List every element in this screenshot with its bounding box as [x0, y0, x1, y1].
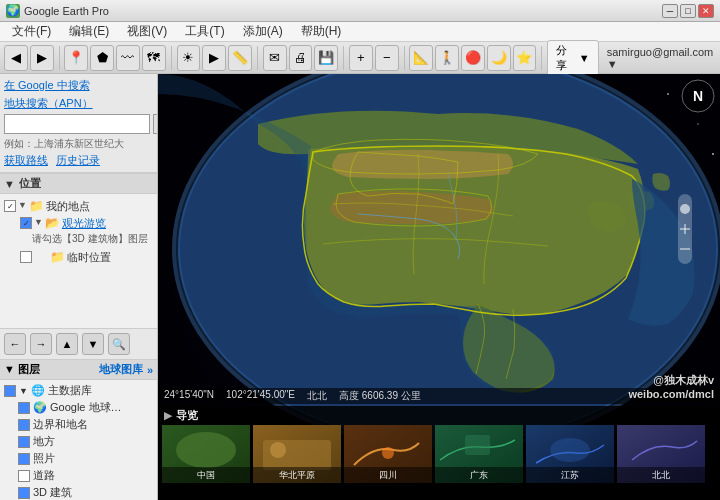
- toolbar-sep5: [404, 46, 405, 70]
- search-row: 搜索: [4, 114, 153, 134]
- user-email[interactable]: samirguo@gmail.com ▼: [607, 46, 716, 70]
- filmstrip-item-china[interactable]: 中国: [162, 425, 250, 483]
- minimize-button[interactable]: ─: [662, 4, 678, 18]
- toolbar-tour[interactable]: ▶: [202, 45, 226, 71]
- my-places-checkbox[interactable]: [4, 200, 16, 212]
- toolbar-print[interactable]: 🖨: [289, 45, 313, 71]
- toolbar-mars[interactable]: 🔴: [461, 45, 485, 71]
- layer-roads-label: 道路: [33, 468, 55, 483]
- layer-main-db-cb[interactable]: [4, 385, 16, 397]
- search-tab-google[interactable]: 在 Google 中搜索: [4, 78, 90, 93]
- toolbar-measure[interactable]: 📐: [409, 45, 433, 71]
- toolbar-back[interactable]: ◀: [4, 45, 28, 71]
- filmstrip-title: 导览: [176, 408, 198, 423]
- location-tree: ▼ 📁 我的地点 ▼ 📂 观光游览 请勾选【3D 建筑物】图层 📁: [0, 194, 157, 328]
- search-input[interactable]: [4, 114, 150, 134]
- toolbar-email[interactable]: ✉: [263, 45, 287, 71]
- svg-point-26: [382, 447, 394, 459]
- toolbar-sep4: [343, 46, 344, 70]
- filmstrip-arrow[interactable]: ▶: [164, 409, 172, 422]
- watermark: @独木成林v weibo.com/dmcl: [628, 373, 714, 400]
- filmstrip-header: ▶ 导览: [158, 406, 720, 425]
- layer-3d-buildings: 3D 建筑: [18, 484, 153, 500]
- tour-folder-icon: 📂: [45, 216, 60, 230]
- toolbar-path[interactable]: 〰: [116, 45, 140, 71]
- my-places-folder-icon: 📁: [29, 199, 44, 213]
- layer-main-db-arrow[interactable]: ▼: [19, 386, 28, 396]
- nav-zoom[interactable]: 🔍: [108, 333, 130, 355]
- filmstrip-item-huabei[interactable]: 华北平原: [253, 425, 341, 483]
- layers-arrow: »: [147, 364, 153, 376]
- tour-label[interactable]: 观光游览: [62, 216, 106, 231]
- toolbar-moon[interactable]: 🌙: [487, 45, 511, 71]
- layers-header[interactable]: ▼ 图层 地球图库 »: [0, 360, 157, 380]
- elev-label: 北北: [307, 389, 327, 403]
- layers-section: ▼ 图层 地球图库 » ▼ 🌐 主数据库 🌍 Google: [0, 359, 157, 500]
- filmstrip-item-guangdong[interactable]: 广东: [435, 425, 523, 483]
- layer-places-cb[interactable]: [18, 436, 30, 448]
- my-places-label[interactable]: 我的地点: [46, 199, 90, 214]
- search-section: 在 Google 中搜索 地块搜索（APN） 搜索 例如：上海浦东新区世纪大 获…: [0, 74, 157, 173]
- svg-point-34: [550, 438, 590, 462]
- map-area[interactable]: N 24°15'40"N 102°21'45.00"E 北北 高度 6606.3…: [158, 74, 720, 500]
- tour-checkbox[interactable]: [20, 217, 32, 229]
- layers-list: ▼ 🌐 主数据库 🌍 Google 地球… 边界和地名: [0, 380, 157, 500]
- location-section-header[interactable]: ▼ 位置: [0, 173, 157, 194]
- toolbar-overlay[interactable]: 🗺: [142, 45, 166, 71]
- nav-up[interactable]: ▲: [56, 333, 78, 355]
- get-route-link[interactable]: 获取路线: [4, 153, 48, 168]
- layer-photos-label: 照片: [33, 451, 55, 466]
- globe-library-label[interactable]: 地球图库: [99, 362, 143, 377]
- toolbar-save[interactable]: 💾: [314, 45, 338, 71]
- layer-google-earth-cb[interactable]: [18, 402, 30, 414]
- menu-view[interactable]: 视图(V): [119, 22, 175, 41]
- layer-borders-label: 边界和地名: [33, 417, 88, 432]
- toolbar-forward[interactable]: ▶: [30, 45, 54, 71]
- layer-roads-cb[interactable]: [18, 470, 30, 482]
- layer-main-db: ▼ 🌐 主数据库: [4, 382, 153, 399]
- filmstrip-item-beibei[interactable]: 北北: [617, 425, 705, 483]
- nav-down[interactable]: ▼: [82, 333, 104, 355]
- layer-borders-cb[interactable]: [18, 419, 30, 431]
- layer-main-db-label: 主数据库: [48, 383, 92, 398]
- layer-places-label: 地方: [33, 434, 55, 449]
- main-area: 在 Google 中搜索 地块搜索（APN） 搜索 例如：上海浦东新区世纪大 获…: [0, 74, 720, 500]
- layer-photos: 照片: [18, 450, 153, 467]
- filmstrip-items: 中国 华北平原: [158, 425, 720, 485]
- filmstrip: ▶ 导览 中国: [158, 406, 720, 500]
- toolbar-zoom-out[interactable]: −: [375, 45, 399, 71]
- menu-file[interactable]: 文件(F): [4, 22, 59, 41]
- share-button[interactable]: 分享 ▼: [547, 40, 598, 76]
- menu-help[interactable]: 帮助(H): [293, 22, 350, 41]
- menu-add[interactable]: 添加(A): [235, 22, 291, 41]
- toolbar-zoom-in[interactable]: +: [349, 45, 373, 71]
- history-link[interactable]: 历史记录: [56, 153, 100, 168]
- nav-left[interactable]: ←: [4, 333, 26, 355]
- my-places-arrow[interactable]: ▼: [18, 200, 27, 210]
- layer-photos-cb[interactable]: [18, 453, 30, 465]
- search-tab-apn[interactable]: 地块搜索（APN）: [4, 96, 153, 111]
- menu-edit[interactable]: 编辑(E): [61, 22, 117, 41]
- toolbar-placemark[interactable]: 📍: [64, 45, 88, 71]
- svg-text:广东: 广东: [470, 470, 488, 480]
- toolbar-sun[interactable]: ☀: [177, 45, 201, 71]
- svg-text:华北平原: 华北平原: [279, 470, 315, 480]
- toolbar-polygon[interactable]: ⬟: [90, 45, 114, 71]
- share-arrow: ▼: [579, 52, 590, 64]
- filmstrip-item-jiangsu[interactable]: 江苏: [526, 425, 614, 483]
- temp-places-label[interactable]: 临时位置: [67, 250, 111, 265]
- nav-right[interactable]: →: [30, 333, 52, 355]
- layer-3d-cb[interactable]: [18, 487, 30, 499]
- close-button[interactable]: ✕: [698, 4, 714, 18]
- menu-tools[interactable]: 工具(T): [177, 22, 232, 41]
- toolbar-ruler[interactable]: 📏: [228, 45, 252, 71]
- layers-right: 地球图库 »: [99, 362, 153, 377]
- filmstrip-item-sichuan[interactable]: 四川: [344, 425, 432, 483]
- tour-arrow[interactable]: ▼: [34, 217, 43, 227]
- maximize-button[interactable]: □: [680, 4, 696, 18]
- temp-places-checkbox[interactable]: [20, 251, 32, 263]
- tour-sub-label: 请勾选【3D 建筑物】图层: [32, 233, 148, 244]
- toolbar-street[interactable]: 🚶: [435, 45, 459, 71]
- layer-google-earth: 🌍 Google 地球…: [18, 399, 153, 416]
- toolbar-sky[interactable]: ⭐: [513, 45, 537, 71]
